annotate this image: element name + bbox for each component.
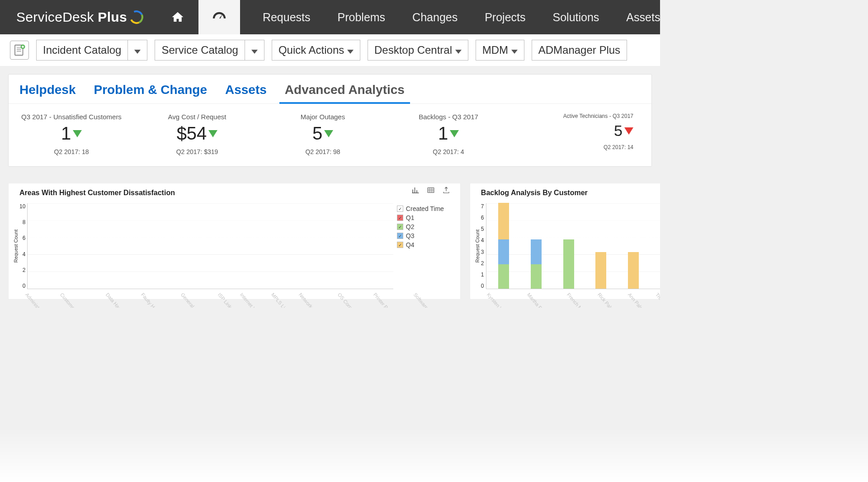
tab-solutions[interactable]: Solutions [539,0,613,34]
admanager-plus-label: ADManager Plus [532,40,627,60]
kpi-prev-value: Q2 2017: 4 [389,148,508,155]
top-navbar: ServiceDesk Plus Requests Problems Chang… [0,0,660,34]
chart-legend: ✓Created Time ✓Q1 ✓Q2 ✓Q3 ✓Q4 [393,203,457,289]
service-catalog-button[interactable]: Service Catalog [155,40,264,61]
brand: ServiceDesk Plus [0,9,157,25]
y-axis-label: Request Count [474,229,481,262]
desktop-central-label: Desktop Central [368,40,468,60]
kpi-label: Avg Cost / Request [138,113,256,121]
chart-dissatisfaction: Areas With Highest Customer Dissatisfact… [8,183,461,299]
subtab-assets[interactable]: Assets [225,83,267,97]
chart-view-icon[interactable] [411,186,420,196]
top-nav-tabs: Requests Problems Changes Projects Solut… [249,0,660,34]
bar [628,252,639,289]
kpi-backlogs: Backlogs - Q3 2017 1 Q2 2017: 4 [386,104,511,166]
svg-rect-5 [428,188,434,193]
export-icon[interactable] [442,186,450,196]
tab-requests[interactable]: Requests [249,0,324,34]
chart-backlog: Backlog Analysis By Customer Request Cou… [470,183,660,299]
legend-item-q4[interactable]: ✓Q4 [397,241,457,248]
dashboard-subtabs: Helpdesk Problem & Change Assets Advance… [8,74,652,167]
legend-item-q1[interactable]: ✓Q1 [397,214,457,221]
table-view-icon[interactable] [427,186,435,196]
admanager-plus-button[interactable]: ADManager Plus [532,40,627,61]
tab-assets[interactable]: Assets [613,0,660,34]
chart-title: Areas With Highest Customer Dissatisfact… [19,189,457,197]
mdm-button[interactable]: MDM [476,40,524,61]
trend-down-icon [208,130,217,137]
incident-catalog-label: Incident Catalog [37,40,127,60]
x-axis-labels: AdministrativeCustomer ServicesData Hand… [25,289,457,297]
chart-toolbar [411,186,450,196]
legend-item-q2[interactable]: ✓Q2 [397,223,457,230]
kpi-avg-cost-request: Avg Cost / Request $54 Q2 2017: $319 [134,104,260,166]
quick-actions-button[interactable]: Quick Actions [272,40,360,61]
subtab-advanced-analytics[interactable]: Advanced Analytics [285,83,405,97]
desktop-central-button[interactable]: Desktop Central [368,40,468,61]
kpi-value: 5 [614,122,633,140]
subtab-helpdesk[interactable]: Helpdesk [19,83,76,97]
kpi-value: $54 [177,123,218,144]
tab-projects[interactable]: Projects [471,0,539,34]
trend-down-icon [624,127,633,135]
bar [595,252,606,289]
kpi-label: Major Outages [264,113,382,121]
home-icon[interactable] [157,0,198,34]
kpi-label: Backlogs - Q3 2017 [389,113,508,121]
chevron-down-icon[interactable] [127,40,147,60]
kpi-value: 5 [312,123,333,144]
bar [531,264,542,289]
kpi-active-technicians: Active Technicians - Q3 2017 5 Q2 2017: … [511,104,651,166]
legend-item-q3[interactable]: ✓Q3 [397,232,457,239]
brand-text: ServiceDesk Plus [16,9,127,25]
kpi-row: Q3 2017 - Unsatisfied Customers 1 Q2 201… [9,103,651,166]
kpi-value: 1 [61,123,82,144]
service-catalog-label: Service Catalog [155,40,244,60]
quick-actions-label: Quick Actions [272,40,360,60]
chevron-down-icon[interactable] [245,40,264,60]
chart-title: Backlog Analysis By Customer [481,189,660,197]
bar [498,264,509,289]
kpi-label: Q3 2017 - Unsatisfied Customers [12,113,131,121]
kpi-value: 1 [438,123,459,144]
y-axis-ticks: 1086420 [19,203,27,289]
y-axis-ticks: 76543210 [481,203,486,289]
kpi-unsatisfied-customers: Q3 2017 - Unsatisfied Customers 1 Q2 201… [9,104,134,166]
kpi-prev-value: Q2 2017: $319 [138,148,256,155]
kpi-prev-value: Q2 2017: 18 [12,148,131,155]
subtab-problem-change[interactable]: Problem & Change [94,83,207,97]
page-body: Helpdesk Problem & Change Assets Advance… [0,66,660,308]
kpi-major-outages: Major Outages 5 Q2 2017: 98 [260,104,386,166]
tab-problems[interactable]: Problems [324,0,399,34]
chevron-down-icon [455,50,462,54]
bar [531,239,542,264]
incident-catalog-button[interactable]: Incident Catalog [36,40,147,61]
legend-title: ✓Created Time [397,205,457,212]
trend-down-icon [324,130,333,137]
catalog-toolbar: Incident Catalog Service Catalog Quick A… [0,34,660,66]
bar [498,239,509,264]
chart-plot-area [486,203,660,289]
chevron-down-icon [347,50,354,54]
brand-logo-icon [128,9,145,26]
mdm-label: MDM [476,40,524,60]
dashboard-gauge-icon[interactable] [198,0,240,34]
kpi-label: Active Technicians - Q3 2017 [515,113,633,119]
bar [563,239,574,289]
nav-icon-group [157,0,240,34]
x-axis-labels: Kyrsten WheelerMartha FulghumFrench Mill… [486,289,660,297]
kpi-prev-value: Q2 2017: 14 [515,144,633,150]
trend-down-icon [450,130,459,137]
y-axis-label: Request Count [12,229,19,262]
charts-row: Areas With Highest Customer Dissatisfact… [8,183,652,299]
kpi-prev-value: Q2 2017: 98 [264,148,382,155]
bar [498,203,509,239]
new-ticket-icon[interactable] [10,41,29,60]
chevron-down-icon [511,50,518,54]
tab-changes[interactable]: Changes [399,0,471,34]
chart-plot-area [27,203,393,289]
trend-down-icon [73,130,82,137]
